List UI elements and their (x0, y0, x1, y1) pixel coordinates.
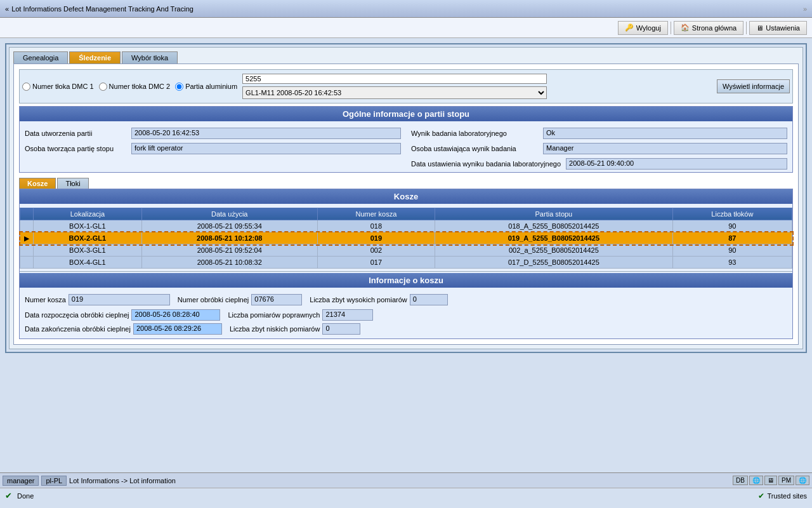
kosz-info-fields: Numer kosza 019 Numer obróbki cieplnej 0… (20, 291, 792, 308)
window-icon: « (5, 5, 9, 13)
sub-tabs: Kosze Tłoki (19, 178, 793, 189)
title-bar: « Lot Informations Defect Management Tra… (0, 0, 812, 18)
done-icon: ✔ (5, 491, 12, 500)
bottom-bar-right: ✔ Trusted sites (758, 491, 807, 500)
sub-tabs-area: Kosze Tłoki Kosze (19, 178, 793, 339)
th-indicator (20, 208, 34, 220)
tab-wybor-tloka[interactable]: Wybór tłoka (122, 51, 178, 64)
info-row-data-wynik: Data ustawienia wyniku badania laborator… (411, 158, 787, 170)
subtab-kosze[interactable]: Kosze (19, 178, 56, 189)
table-row[interactable]: ▶BOX-2-GL12008-05-21 10:12:08019019_A_52… (20, 232, 792, 244)
info-row-person: Osoba tworząca partię stopu fork lift op… (25, 143, 401, 154)
kosz-wysokich-row: Liczba zbyt wysokich pomiarów 0 (310, 294, 447, 305)
row-partia: 019_A_5255_B08052014425 (435, 232, 673, 244)
tab-content: Numer tłoka DMC 1 Numer tłoka DMC 2 Part… (13, 64, 799, 345)
row-liczba: 90 (672, 220, 792, 232)
kosze-title: Kosze (20, 189, 792, 204)
kosze-table: Lokalizacja Data użycia Numer kosza Part… (20, 208, 792, 269)
subtab-tloki[interactable]: Tłoki (57, 178, 88, 189)
general-info-grid: Data utworzenia partii 2008-05-20 16:42:… (20, 125, 792, 172)
trusted-icon: ✔ (758, 491, 764, 500)
search-input[interactable] (242, 74, 547, 84)
row-indicator (20, 220, 34, 232)
ustawienia-button[interactable]: 🖥 Ustawienia (749, 21, 807, 35)
row-partia: 018_A_5255_B08052014425 (435, 220, 673, 232)
row-lokalizacja: BOX-3-GL1 (34, 244, 142, 257)
general-left: Data utworzenia partii 2008-05-20 16:42:… (25, 128, 401, 170)
status-db: DB (733, 476, 748, 485)
th-liczba-tlokow: Liczba tłoków (672, 208, 792, 220)
kosz-obrobka-row: Numer obróbki cieplnej 07676 (178, 294, 303, 305)
row-numer-kosza: 019 (317, 232, 435, 244)
row-liczba: 87 (672, 232, 792, 244)
kosz-info-fields3: Data zakończenia obróbki cieplnej 2008-0… (20, 322, 792, 338)
row-lokalizacja: BOX-1-GL1 (34, 220, 142, 232)
radio-dmc1[interactable] (22, 83, 30, 91)
done-label: Done (17, 492, 34, 500)
row-data-uzycia: 2008-05-21 10:08:32 (141, 257, 317, 269)
kosz-niskich-row: Liczba zbyt niskich pomiarów 0 (230, 323, 360, 335)
info-row-osoba-wynik: Osoba ustawiająca wynik badania Manager (411, 143, 787, 154)
kosz-data-end-row: Data zakończenia obróbki cieplnej 2008-0… (25, 323, 222, 335)
radio-dmc1-label[interactable]: Numer tłoka DMC 1 (22, 83, 94, 91)
row-data-uzycia: 2008-05-21 09:55:34 (141, 220, 317, 232)
radio-dmc2-label[interactable]: Numer tłoka DMC 2 (99, 83, 171, 91)
radio-partia-label[interactable]: Partia aluminium (175, 83, 237, 91)
th-numer-kosza: Numer kosza (317, 208, 435, 220)
nav-tabs: Genealogia Śledzenie Wybór tłoka (13, 51, 799, 64)
inner-card: Genealogia Śledzenie Wybór tłoka Numer t… (9, 47, 803, 349)
kosz-info-fields2: Data rozpoczęcia obróbki cieplnej 2008-0… (20, 308, 792, 322)
row-lokalizacja: BOX-2-GL1 (34, 232, 142, 244)
close-hint: » (803, 5, 807, 13)
search-area: Numer tłoka DMC 1 Numer tłoka DMC 2 Part… (19, 69, 793, 104)
strona-glowna-button[interactable]: 🏠 Strona główna (674, 21, 743, 35)
kosz-info-area: Informacje o koszu Numer kosza 019 Numer… (20, 271, 792, 338)
status-icons: DB 🌐 🖥 PM 🌐 (733, 476, 809, 485)
kosze-area: Kosze Lokalizacja Data użycia Numer kosz… (19, 189, 793, 339)
main-content: Genealogia Śledzenie Wybór tłoka Numer t… (0, 38, 812, 472)
status-monitor: 🖥 (764, 476, 777, 485)
wyswietl-informacje-button[interactable]: Wyświetl informacje (717, 79, 790, 93)
status-network1: 🌐 (749, 476, 763, 485)
row-data-uzycia: 2008-05-21 09:52:04 (141, 244, 317, 257)
kosz-numer-row: Numer kosza 019 (25, 294, 170, 305)
title-bar-right: » (803, 5, 807, 13)
th-data-uzycia: Data użycia (141, 208, 317, 220)
title-bar-left: « Lot Informations Defect Management Tra… (5, 5, 193, 13)
wyloguj-icon: 🔑 (625, 23, 634, 32)
row-numer-kosza: 017 (317, 257, 435, 269)
th-partia-stopu: Partia stopu (435, 208, 673, 220)
row-liczba: 90 (672, 244, 792, 257)
tab-sledzenie[interactable]: Śledzenie (69, 51, 121, 64)
row-lokalizacja: BOX-4-GL1 (34, 257, 142, 269)
row-indicator (20, 244, 34, 257)
status-path: Lot Informations -> Lot information (69, 477, 730, 485)
settings-icon: 🖥 (756, 24, 763, 32)
partia-input-wrap: GL1-M11 2008-05-20 16:42:53 (242, 74, 712, 99)
status-bar: manager pl-PL Lot Informations -> Lot in… (0, 472, 812, 488)
row-data-uzycia: 2008-05-21 10:12:08 (141, 232, 317, 244)
status-pm: PM (778, 476, 794, 485)
trusted-label: Trusted sites (767, 492, 807, 500)
th-lokalizacja: Lokalizacja (34, 208, 142, 220)
toolbar-sep1 (671, 22, 671, 34)
table-row[interactable]: BOX-3-GL12008-05-21 09:52:04002002_a_525… (20, 244, 792, 257)
row-liczba: 93 (672, 257, 792, 269)
tab-genealogia[interactable]: Genealogia (13, 51, 68, 64)
window-title: Lot Informations Defect Management Track… (11, 5, 193, 13)
dropdown-select[interactable]: GL1-M11 2008-05-20 16:42:53 (242, 86, 547, 99)
info-row-wynik: Wynik badania laboratoryjnego Ok (411, 128, 787, 139)
general-info-section: Ogólne informacje o partii stopu Data ut… (19, 106, 793, 173)
row-partia: 017_D_5255_B08052014425 (435, 257, 673, 269)
general-right: Wynik badania laboratoryjnego Ok Osoba u… (411, 128, 787, 170)
table-row[interactable]: BOX-1-GL12008-05-21 09:55:34018018_A_525… (20, 220, 792, 232)
row-indicator: ▶ (20, 232, 34, 244)
kosz-info-title: Informacje o koszu (20, 273, 792, 288)
table-row[interactable]: BOX-4-GL12008-05-21 10:08:32017017_D_525… (20, 257, 792, 269)
radio-partia[interactable] (175, 83, 183, 91)
toolbar-sep2 (746, 22, 747, 34)
bottom-bar: ✔ Done ✔ Trusted sites (0, 488, 812, 503)
radio-dmc2[interactable] (99, 83, 107, 91)
wyloguj-button[interactable]: 🔑 Wyloguj (618, 21, 668, 35)
info-row-date: Data utworzenia partii 2008-05-20 16:42:… (25, 128, 401, 139)
